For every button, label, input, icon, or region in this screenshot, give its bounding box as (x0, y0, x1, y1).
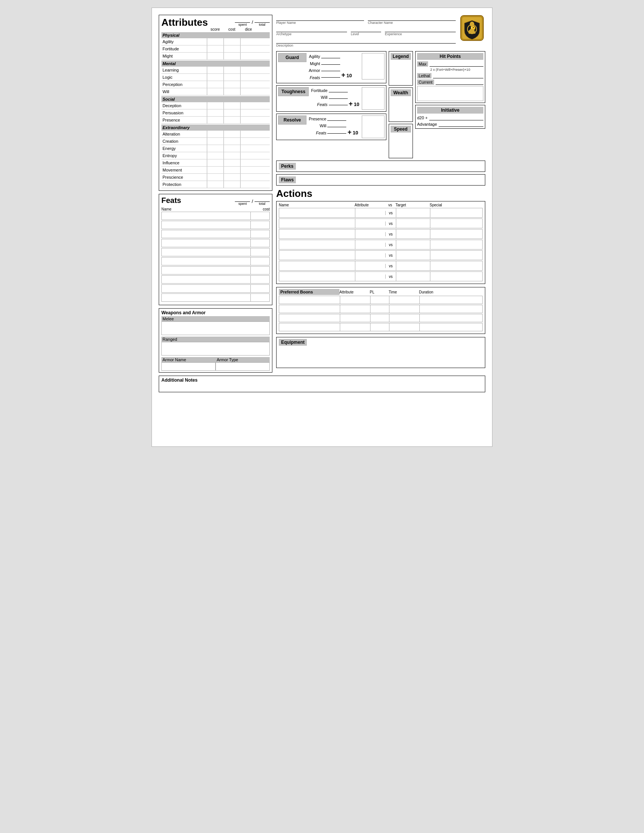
feats-spent-field[interactable] (235, 196, 250, 202)
resolve-feats-field[interactable] (327, 129, 346, 133)
persuasion-cost[interactable] (224, 109, 240, 116)
feat-row-6[interactable] (161, 257, 270, 265)
boon-attr-3[interactable] (340, 314, 370, 322)
initiative-advantage-field[interactable] (439, 122, 483, 127)
action-name-4[interactable] (279, 240, 355, 249)
learning-dice[interactable] (240, 67, 257, 74)
hp-lethal-field[interactable] (433, 73, 483, 78)
action-attr-3[interactable] (355, 230, 385, 238)
boon-attr-1[interactable] (340, 296, 370, 304)
perception-score[interactable] (207, 81, 224, 88)
fortitude-dice[interactable] (240, 45, 257, 52)
feat-cost-4[interactable] (250, 239, 269, 247)
persuasion-dice[interactable] (240, 109, 257, 116)
influence-cost[interactable] (224, 159, 240, 166)
initiative-d20-field[interactable] (429, 115, 483, 121)
logic-score[interactable] (207, 74, 224, 80)
feat-name-10[interactable] (162, 294, 250, 301)
attributes-spent-field[interactable] (235, 18, 250, 23)
agility-score[interactable] (207, 38, 224, 45)
perks-field[interactable] (299, 162, 483, 170)
action-name-1[interactable] (279, 208, 355, 217)
might-cost[interactable] (224, 53, 240, 60)
toughness-total-field[interactable] (362, 87, 385, 110)
toughness-will-field[interactable] (329, 93, 348, 99)
feat-cost-8[interactable] (250, 276, 269, 283)
feat-row-1[interactable] (161, 212, 270, 220)
creation-score[interactable] (207, 138, 224, 145)
feat-name-1[interactable] (162, 212, 250, 220)
action-target-4[interactable] (396, 240, 430, 249)
experience-field[interactable] (385, 26, 456, 32)
will-dice[interactable] (240, 88, 257, 95)
perception-dice[interactable] (240, 81, 257, 88)
action-special-1[interactable] (430, 208, 464, 217)
action-special-5[interactable] (430, 251, 464, 260)
feat-cost-7[interactable] (250, 267, 269, 274)
resolve-will-field[interactable] (327, 122, 346, 127)
feat-row-2[interactable] (161, 221, 270, 229)
prescience-cost[interactable] (224, 174, 240, 181)
action-special-4[interactable] (430, 240, 464, 249)
action-attr-1[interactable] (355, 208, 385, 217)
boon-pl-4[interactable] (370, 323, 389, 331)
boon-duration-4[interactable] (419, 323, 465, 331)
hp-notes-field[interactable] (417, 86, 483, 101)
boon-duration-2[interactable] (419, 305, 465, 313)
persuasion-score[interactable] (207, 109, 224, 116)
action-attr-4[interactable] (355, 240, 385, 249)
feat-row-8[interactable] (161, 275, 270, 284)
logic-dice[interactable] (240, 74, 257, 80)
presence-dice[interactable] (240, 117, 257, 124)
creation-dice[interactable] (240, 138, 257, 145)
armor-name-field[interactable] (161, 362, 216, 371)
might-score[interactable] (207, 53, 224, 60)
energy-score[interactable] (207, 145, 224, 152)
guard-total-field[interactable] (362, 53, 385, 79)
action-target-1[interactable] (396, 208, 430, 217)
action-name-5[interactable] (279, 251, 355, 260)
resolve-presence-field[interactable] (327, 116, 346, 121)
boon-time-1[interactable] (389, 296, 419, 304)
boon-name-1[interactable] (279, 296, 340, 304)
armor-type-field[interactable] (216, 362, 270, 371)
action-attr-6[interactable] (355, 261, 385, 270)
melee-field[interactable] (161, 322, 270, 335)
might-dice[interactable] (240, 53, 257, 60)
influence-score[interactable] (207, 159, 224, 166)
feat-row-7[interactable] (161, 266, 270, 275)
protection-cost[interactable] (224, 181, 240, 188)
flaws-field[interactable] (299, 176, 483, 183)
additional-notes-field[interactable] (161, 383, 483, 391)
action-special-3[interactable] (430, 230, 464, 238)
protection-dice[interactable] (240, 181, 257, 188)
movement-dice[interactable] (240, 167, 257, 174)
action-target-2[interactable] (396, 219, 430, 228)
deception-score[interactable] (207, 102, 224, 109)
boon-attr-4[interactable] (340, 323, 370, 331)
feat-name-6[interactable] (162, 257, 250, 265)
feat-row-5[interactable] (161, 248, 270, 256)
wealth-area[interactable] (391, 97, 411, 120)
entropy-dice[interactable] (240, 152, 257, 159)
guard-armor-field[interactable] (321, 66, 340, 71)
presence-cost[interactable] (224, 117, 240, 124)
alteration-cost[interactable] (224, 130, 240, 137)
learning-score[interactable] (207, 67, 224, 74)
boon-duration-3[interactable] (419, 314, 465, 322)
prescience-score[interactable] (207, 174, 224, 181)
description-field[interactable] (276, 37, 456, 43)
entropy-cost[interactable] (224, 152, 240, 159)
boon-attr-2[interactable] (340, 305, 370, 313)
boon-time-2[interactable] (389, 305, 419, 313)
action-name-6[interactable] (279, 261, 355, 270)
toughness-feats-field[interactable] (329, 100, 348, 105)
action-name-7[interactable] (279, 272, 355, 281)
feat-row-9[interactable] (161, 285, 270, 293)
archetype-field[interactable] (276, 26, 347, 32)
feat-cost-6[interactable] (250, 257, 269, 265)
action-name-3[interactable] (279, 230, 355, 238)
feat-cost-1[interactable] (250, 212, 269, 220)
speed-area[interactable] (391, 133, 411, 156)
action-attr-2[interactable] (355, 219, 385, 228)
